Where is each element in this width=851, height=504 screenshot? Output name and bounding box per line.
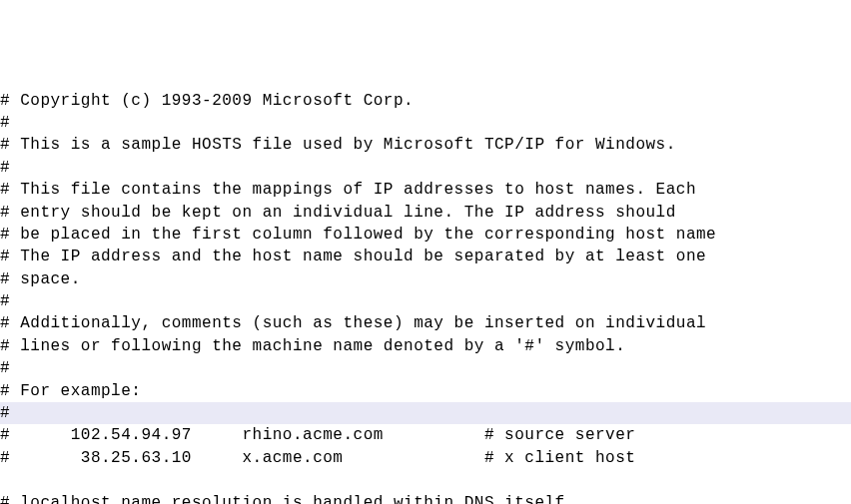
text-line[interactable]: # For example: [0,380,851,402]
text-line[interactable]: # space. [0,268,851,290]
text-line[interactable]: # 38.25.63.10 x.acme.com # x client host [0,447,851,469]
text-line[interactable]: # 102.54.94.97 rhino.acme.com # source s… [0,424,851,446]
text-line[interactable]: # Additionally, comments (such as these)… [0,312,851,334]
text-line[interactable]: # localhost name resolution is handled w… [0,492,851,504]
text-line[interactable]: # [0,112,851,134]
text-line[interactable]: # The IP address and the host name shoul… [0,246,851,267]
text-line[interactable]: # Copyright (c) 1993-2009 Microsoft Corp… [0,90,851,112]
text-line[interactable]: # [0,157,851,179]
text-line[interactable]: # This file contains the mappings of IP … [0,179,851,201]
text-line[interactable] [0,469,851,491]
text-line[interactable]: # [0,402,851,424]
text-line[interactable]: # entry should be kept on an individual … [0,202,851,224]
text-line[interactable]: # lines or following the machine name de… [0,335,851,357]
text-line[interactable]: # This is a sample HOSTS file used by Mi… [0,134,851,156]
text-line[interactable]: # be placed in the first column followed… [0,224,851,246]
text-line[interactable]: # [0,357,851,379]
text-line[interactable]: # [0,290,851,312]
text-editor-viewport[interactable]: # Copyright (c) 1993-2009 Microsoft Corp… [0,90,851,504]
